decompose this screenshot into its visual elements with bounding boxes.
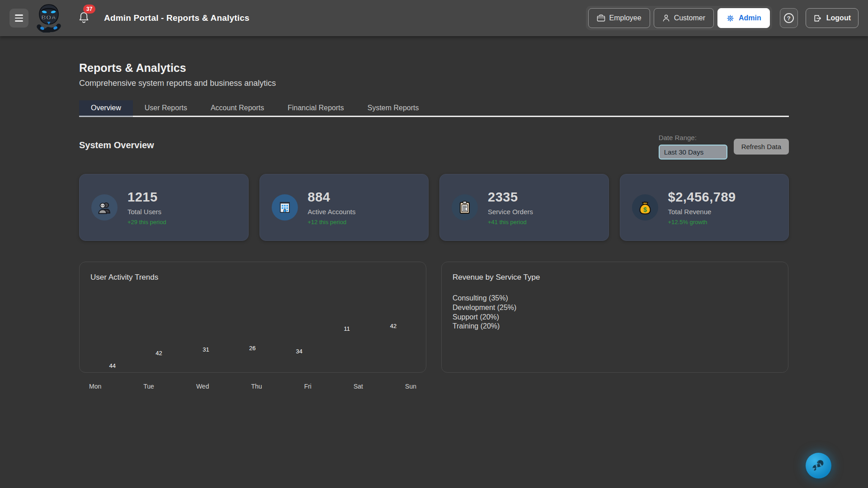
role-button-admin[interactable]: Admin — [717, 8, 770, 28]
stat-delta: +12 this period — [308, 219, 356, 225]
section-title: System Overview — [79, 140, 154, 150]
logout-icon — [813, 14, 822, 23]
activity-point-label: 31 — [203, 346, 209, 353]
day-axis-label: Thu — [251, 383, 262, 390]
person-icon — [662, 14, 670, 22]
stat-card-total-revenue: $ $2,456,789 Total Revenue +12.5% growth — [620, 174, 789, 241]
stat-card-total-users: 1215 Total Users +29 this period — [79, 174, 249, 241]
activity-point-label: 34 — [296, 348, 302, 355]
briefcase-icon — [597, 14, 605, 22]
activity-point-label: 44 — [109, 362, 116, 369]
page-title: Reports & Analytics — [79, 61, 789, 75]
gear-icon — [726, 14, 735, 23]
refresh-data-button[interactable]: Refresh Data — [734, 139, 789, 155]
snake-icon — [811, 459, 826, 473]
stat-value: 2335 — [488, 190, 533, 205]
moneybag-icon: $ — [638, 200, 652, 215]
activity-chart-area: 44423126341142 — [80, 262, 426, 372]
main-content: Reports & Analytics Comprehensive system… — [79, 61, 789, 390]
header: BOA 37 Admin Portal - Reports & Analytic… — [0, 0, 868, 36]
stat-card-active-accounts: 884 Active Accounts +12 this period — [259, 174, 429, 241]
app-title: Admin Portal - Reports & Analytics — [104, 13, 250, 23]
revenue-list: Consulting (35%)Development (25%)Support… — [453, 294, 777, 331]
page-subtitle: Comprehensive system reports and busines… — [79, 79, 789, 88]
day-axis-label: Fri — [304, 383, 311, 390]
hamburger-menu-button[interactable] — [9, 9, 28, 28]
stat-delta: +12.5% growth — [668, 219, 736, 225]
tab-user-reports[interactable]: User Reports — [133, 100, 199, 116]
stat-icon-circle — [91, 194, 118, 221]
stat-label: Total Users — [127, 208, 166, 216]
revenue-list-item: Support (20%) — [453, 313, 777, 322]
role-button-label: Admin — [739, 14, 761, 22]
date-range-select[interactable]: Last 30 Days — [659, 145, 727, 160]
day-axis-label: Sat — [354, 383, 363, 390]
boa-cobra-logo-icon: BOA — [36, 4, 62, 33]
building-icon — [278, 201, 292, 214]
activity-point-label: 11 — [344, 325, 350, 332]
tab-financial-reports[interactable]: Financial Reports — [276, 100, 356, 116]
charts-row: User Activity Trends 44423126341142 MonT… — [79, 262, 789, 390]
activity-point-label: 42 — [156, 350, 162, 357]
svg-text:BOA: BOA — [42, 14, 57, 21]
question-icon: ? — [784, 13, 794, 23]
stat-value: 1215 — [127, 190, 166, 205]
revenue-list-item: Consulting (35%) — [453, 294, 777, 303]
activity-point-label: 26 — [249, 345, 255, 352]
role-switcher: Employee Customer Admin — [586, 6, 772, 30]
logout-button[interactable]: Logout — [806, 8, 859, 28]
revenue-panel-title: Revenue by Service Type — [453, 273, 777, 282]
tab-account-reports[interactable]: Account Reports — [199, 100, 276, 116]
day-axis-label: Sun — [405, 383, 416, 390]
stat-card-service-orders: 2335 Service Orders +41 this period — [439, 174, 609, 241]
notification-bell[interactable]: 37 — [78, 11, 90, 26]
header-right: Employee Customer Admin — [586, 6, 859, 30]
revenue-panel: Revenue by Service Type Consulting (35%)… — [441, 262, 788, 373]
stat-label: Service Orders — [488, 208, 533, 216]
notification-badge: 37 — [83, 5, 95, 14]
help-button[interactable]: ? — [780, 8, 798, 28]
role-button-label: Customer — [674, 14, 705, 22]
revenue-list-item: Training (20%) — [453, 322, 777, 331]
section-header-row: System Overview Date Range: Last 30 Days… — [79, 134, 789, 160]
stat-delta: +41 this period — [488, 219, 533, 225]
role-button-label: Employee — [609, 14, 642, 22]
day-axis-label: Wed — [196, 383, 209, 390]
role-button-employee[interactable]: Employee — [588, 8, 650, 28]
date-range-label: Date Range: — [659, 134, 727, 141]
activity-chart-block: User Activity Trends 44423126341142 MonT… — [79, 262, 426, 390]
snake-fab-button[interactable] — [806, 453, 831, 479]
stat-icon-circle — [272, 194, 298, 221]
svg-text:$: $ — [643, 206, 647, 213]
stat-delta: +29 this period — [127, 219, 166, 225]
stat-icon-circle: $ — [632, 194, 658, 221]
stats-row: 1215 Total Users +29 this period 884 Act… — [79, 174, 789, 241]
stat-value: $2,456,789 — [668, 190, 736, 205]
stat-label: Total Revenue — [668, 208, 736, 216]
report-tabs: Overview User Reports Account Reports Fi… — [79, 100, 789, 117]
tab-overview[interactable]: Overview — [79, 100, 133, 116]
activity-point-label: 42 — [390, 322, 396, 329]
tab-system-reports[interactable]: System Reports — [356, 100, 431, 116]
revenue-list-item: Development (25%) — [453, 303, 777, 313]
overview-controls: Date Range: Last 30 Days Refresh Data — [659, 134, 789, 160]
logout-label: Logout — [826, 14, 851, 22]
stat-icon-circle — [452, 194, 478, 221]
activity-panel: User Activity Trends 44423126341142 — [79, 262, 426, 373]
day-axis-label: Mon — [89, 383, 101, 390]
day-axis-label: Tue — [143, 383, 154, 390]
app-logo: BOA — [36, 4, 62, 33]
stat-label: Active Accounts — [308, 208, 356, 216]
users-icon — [97, 201, 112, 214]
stat-value: 884 — [308, 190, 356, 205]
role-button-customer[interactable]: Customer — [654, 8, 714, 28]
clipboard-icon — [458, 201, 471, 214]
activity-day-axis: MonTueWedThuFriSatSun — [79, 383, 426, 390]
